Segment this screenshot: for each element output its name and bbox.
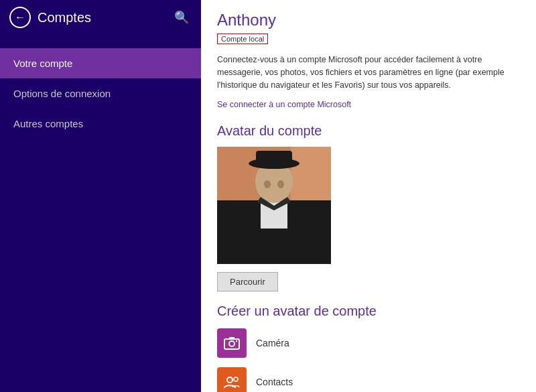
svg-point-13 bbox=[229, 341, 234, 346]
sidebar-navigation: Votre compte Options de connexion Autres… bbox=[0, 48, 201, 139]
svg-rect-6 bbox=[256, 151, 292, 166]
svg-rect-14 bbox=[229, 337, 234, 340]
sidebar: ← Comptes 🔍 Votre compte Options de conn… bbox=[0, 0, 201, 392]
contacts-icon bbox=[217, 367, 247, 392]
contacts-label: Contacts bbox=[256, 377, 293, 387]
avatar-image bbox=[217, 147, 331, 264]
sidebar-title: Comptes bbox=[38, 10, 165, 25]
sidebar-header: ← Comptes 🔍 bbox=[0, 0, 201, 35]
sidebar-item-votre-compte[interactable]: Votre compte bbox=[0, 48, 201, 78]
account-type-badge: Compte local bbox=[217, 34, 268, 44]
contacts-option[interactable]: Contacts bbox=[217, 367, 520, 392]
svg-point-7 bbox=[264, 180, 271, 188]
browse-button[interactable]: Parcourir bbox=[217, 272, 278, 291]
camera-icon bbox=[217, 328, 247, 358]
back-button[interactable]: ← bbox=[9, 7, 31, 28]
svg-point-8 bbox=[277, 180, 284, 188]
svg-rect-11 bbox=[301, 207, 324, 247]
svg-point-17 bbox=[234, 377, 238, 381]
sidebar-item-autres-comptes[interactable]: Autres comptes bbox=[0, 109, 201, 139]
avatar-section-title: Avatar du compte bbox=[217, 123, 520, 139]
svg-point-15 bbox=[236, 340, 237, 342]
sidebar-item-options-connexion[interactable]: Options de connexion bbox=[0, 78, 201, 109]
camera-option[interactable]: Caméra bbox=[217, 328, 520, 358]
create-section-title: Créer un avatar de compte bbox=[217, 304, 520, 319]
svg-point-16 bbox=[227, 377, 232, 383]
svg-rect-10 bbox=[224, 207, 247, 247]
search-button[interactable]: 🔍 bbox=[172, 7, 192, 27]
camera-label: Caméra bbox=[256, 338, 289, 348]
description-text: Connectez-vous à un compte Microsoft pou… bbox=[217, 54, 505, 91]
main-content: Anthony Compte local Connectez-vous à un… bbox=[201, 0, 536, 392]
microsoft-link[interactable]: Se connecter à un compte Microsoft bbox=[217, 100, 351, 109]
avatar-svg bbox=[217, 147, 331, 264]
user-name: Anthony bbox=[217, 11, 520, 29]
